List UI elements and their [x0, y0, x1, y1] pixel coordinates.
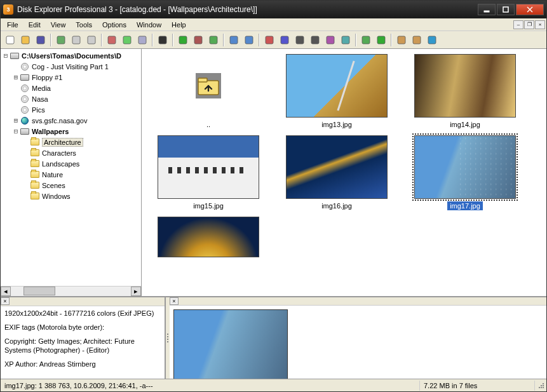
menu-tools[interactable]: Tools: [71, 20, 97, 30]
svg-rect-13: [159, 36, 166, 44]
toolbar-export2-button[interactable]: [120, 33, 134, 47]
thumbnail-img13-jpg[interactable]: img13.jpg: [285, 54, 388, 129]
toolbar-cut-button[interactable]: [191, 33, 205, 47]
parent-folder-item[interactable]: ..: [157, 54, 260, 129]
minimize-button[interactable]: [478, 4, 496, 15]
thumbnail-img17-jpg[interactable]: img17.jpg: [414, 135, 517, 210]
svg-rect-14: [179, 36, 187, 44]
tree-item-nature[interactable]: Nature: [2, 169, 140, 180]
toolbar-export1-button[interactable]: [105, 33, 119, 47]
tree-item-pics[interactable]: Pics: [2, 104, 140, 115]
tree-item-wallpapers[interactable]: ⊟Wallpapers: [2, 126, 140, 137]
mdi-restore-button[interactable]: ❐: [524, 20, 534, 29]
scroll-right-arrow[interactable]: ▸: [131, 287, 141, 296]
tree-item-svs-gsfc-nasa-gov[interactable]: ⊞svs.gsfc.nasa.gov: [2, 115, 140, 126]
toolbar-check-button[interactable]: [176, 33, 190, 47]
tree-item-media[interactable]: Media: [2, 83, 140, 93]
svg-rect-0: [484, 11, 489, 12]
resize-grip-icon[interactable]: [535, 381, 546, 391]
toolbar-help2-button[interactable]: [425, 33, 439, 47]
thumbnail-img18-jpg[interactable]: [157, 217, 260, 257]
info-panel-close-button[interactable]: ×: [1, 297, 10, 305]
toolbar-doc1-button[interactable]: [69, 33, 83, 47]
tree-item-windows[interactable]: Windows: [2, 191, 140, 201]
toolbar-sort1-button[interactable]: [262, 33, 276, 47]
toolbar-tree-button[interactable]: [359, 33, 373, 47]
menu-options[interactable]: Options: [97, 20, 132, 30]
toolbar-view-thumb-button[interactable]: [227, 33, 241, 47]
tree-item-landscapes[interactable]: Landscapes: [2, 158, 140, 169]
cd-icon: [20, 84, 30, 93]
expand-icon[interactable]: ⊞: [12, 116, 20, 125]
svg-rect-18: [245, 36, 253, 44]
toolbar-copy-button[interactable]: [206, 33, 220, 47]
toolbar-refresh-button[interactable]: [374, 33, 388, 47]
tree-item-cog-just-visiting-part-1[interactable]: Cog - Just Visiting Part 1: [2, 61, 140, 72]
tree-pane: ⊟C:\Users\Tomas\Documents\DCog - Just Vi…: [1, 49, 142, 296]
folder-icon: [30, 159, 40, 168]
tree-item-floppy-1[interactable]: ⊞Floppy #1: [2, 72, 140, 83]
collapse-icon[interactable]: ⊟: [12, 127, 20, 135]
mdi-minimize-button[interactable]: –: [513, 20, 523, 29]
toolbar-separator: [50, 34, 51, 46]
toolbar-find-button[interactable]: [156, 33, 170, 47]
tree-horizontal-scrollbar[interactable]: ◂ ▸: [1, 286, 141, 296]
svg-rect-34: [543, 385, 544, 386]
menu-file[interactable]: File: [2, 20, 24, 30]
thumbnail-view[interactable]: ..img13.jpgimg14.jpgimg15.jpgimg16.jpgim…: [142, 49, 546, 296]
tree-item-scenes[interactable]: Scenes: [2, 180, 140, 191]
tree-item-architecture[interactable]: Architecture: [2, 137, 140, 147]
folder-tree[interactable]: ⊟C:\Users\Tomas\Documents\DCog - Just Vi…: [1, 49, 141, 286]
tree-item-characters[interactable]: Characters: [2, 147, 140, 158]
scroll-left-arrow[interactable]: ◂: [1, 287, 11, 296]
tree-item-c-users-tomas-documents-d[interactable]: ⊟C:\Users\Tomas\Documents\D: [2, 50, 140, 61]
toolbar-sort-za-button[interactable]: [308, 33, 322, 47]
thumbnail-label: img15.jpg: [191, 201, 226, 210]
app-icon: 3: [3, 4, 13, 15]
toolbar-separator: [172, 34, 173, 46]
toolbar-doc2-button[interactable]: [84, 33, 98, 47]
toolbar-wizard-button[interactable]: [54, 33, 68, 47]
tree-item-nasa[interactable]: Nasa: [2, 93, 140, 104]
toolbar-open-button[interactable]: [18, 33, 32, 47]
thumbnail-img16-jpg[interactable]: img16.jpg: [285, 135, 388, 210]
drive-icon: [10, 51, 20, 60]
preview-panel: ×: [170, 297, 546, 379]
tree-item-label: svs.gsfc.nasa.gov: [32, 117, 87, 125]
close-button[interactable]: [516, 4, 544, 15]
thumbnail-label: img17.jpg: [447, 201, 483, 210]
menu-window[interactable]: Window: [132, 20, 166, 30]
scroll-thumb[interactable]: [24, 287, 55, 295]
preview-image: [173, 309, 288, 381]
status-bar: img17.jpg: 1 388 763, 10.6.2009, 21:46:4…: [1, 379, 546, 391]
preview-panel-close-button[interactable]: ×: [170, 297, 179, 305]
info-dimensions: 1920x1200x24bit - 16777216 colors (Exif …: [4, 309, 161, 318]
toolbar-prop-button[interactable]: [395, 33, 409, 47]
expand-icon[interactable]: ⊞: [12, 73, 20, 81]
toolbar-save-button[interactable]: [34, 33, 48, 47]
toolbar-separator: [101, 34, 102, 46]
menu-view[interactable]: View: [46, 20, 71, 30]
cd-icon: [20, 105, 30, 114]
menu-edit[interactable]: Edit: [24, 20, 46, 30]
menu-help[interactable]: Help: [166, 20, 191, 30]
thumbnail-img15-jpg[interactable]: img15.jpg: [157, 135, 260, 210]
collapse-icon[interactable]: ⊟: [2, 51, 10, 60]
toolbar-date-button[interactable]: [323, 33, 337, 47]
toolbar-separator: [355, 34, 356, 46]
toolbar-sort-az-button[interactable]: [293, 33, 307, 47]
maximize-button[interactable]: [497, 4, 515, 15]
toolbar-new-button[interactable]: [3, 33, 17, 47]
thumbnail-img14-jpg[interactable]: img14.jpg: [414, 54, 517, 129]
toolbar-sort2-button[interactable]: [278, 33, 292, 47]
tree-item-label: Landscapes: [42, 160, 79, 168]
toolbar-view-list-button[interactable]: [242, 33, 256, 47]
svg-rect-21: [296, 36, 304, 44]
tree-item-label: Nasa: [32, 95, 48, 103]
toolbar-scan-button[interactable]: [135, 33, 149, 47]
toolbar-size-button[interactable]: [339, 33, 353, 47]
mdi-close-button[interactable]: ×: [535, 20, 545, 29]
toolbar-help1-button[interactable]: [410, 33, 424, 47]
svg-rect-36: [541, 385, 542, 386]
tree-item-label: Scenes: [42, 182, 65, 189]
